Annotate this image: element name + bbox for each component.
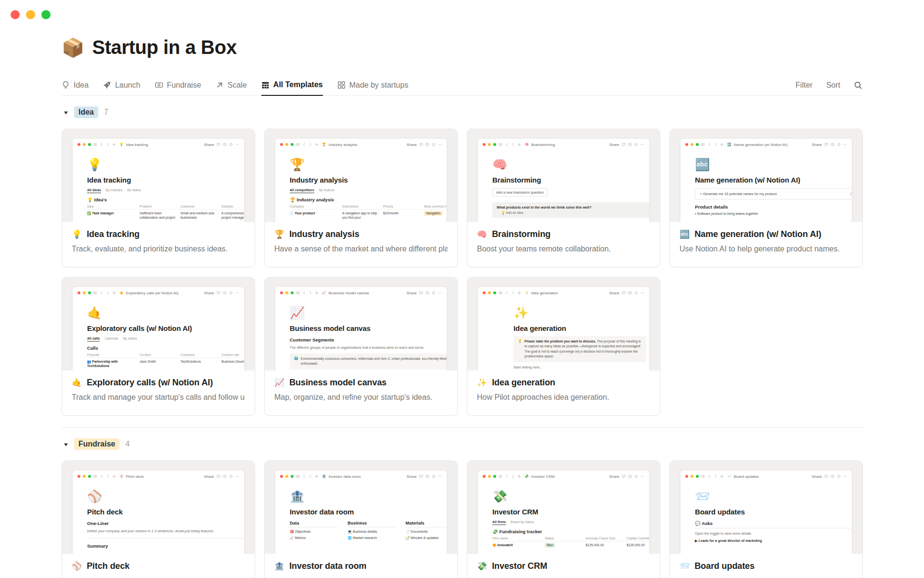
mini-notion-window: 🏦Investor data roomShare🏦Investor data r… <box>275 471 447 554</box>
tab-fundraise[interactable]: Fundraise <box>155 75 201 95</box>
card-title-row: ⚾Pitch deck <box>72 561 245 571</box>
favorite-icon <box>229 474 233 478</box>
mini-traffic-light <box>483 143 486 146</box>
mini-table-row: 🔶 InnovateXWon$125,000.00$125,000.00Jenn… <box>492 543 649 548</box>
template-card-business-model-canvas[interactable]: 📈Business model canvasShare📈Business mod… <box>264 277 458 416</box>
arrow-icon <box>216 81 224 89</box>
traffic-light-zoom-button[interactable] <box>41 10 51 19</box>
card-emoji-icon: ✨ <box>477 378 487 388</box>
mini-page-body: 🤙Exploratory calls (w/ Notion AI)All cal… <box>73 299 244 368</box>
forward-icon <box>511 474 515 478</box>
mini-breadcrumb-title: Brainstorming <box>531 143 555 147</box>
sort-button[interactable]: Sort <box>826 81 840 90</box>
tab-idea[interactable]: Idea <box>62 75 89 95</box>
mini-column-header: Firm name <box>492 537 540 540</box>
mini-column-title: Materials <box>406 521 447 527</box>
back-icon <box>707 143 711 146</box>
mini-window-titlebar: 📈Business model canvasShare <box>275 287 447 299</box>
template-card-investor-data-room[interactable]: 🏦Investor data roomShare🏦Investor data r… <box>264 460 458 578</box>
card-grid: 💡Idea trackingShare💡Idea trackingAll ide… <box>62 129 862 416</box>
mini-column-item: 📝 Minutes & updates <box>406 536 447 540</box>
template-card-idea-tracking[interactable]: 💡Idea trackingShare💡Idea trackingAll ide… <box>62 129 255 267</box>
mini-page-icon: 💡 <box>87 158 236 171</box>
card-title: Brainstorming <box>492 229 551 239</box>
mini-columns: Data🎯 Objectives📈 MetricsBusiness💻 Busin… <box>290 521 447 540</box>
more-options-icon <box>438 474 442 478</box>
updates-icon <box>425 143 429 146</box>
more-options-icon <box>235 143 239 146</box>
mini-notion-window: 📈Business model canvasShare📈Business mod… <box>275 287 447 370</box>
section-collapse-toggle[interactable] <box>64 108 68 117</box>
comments-icon <box>217 143 220 146</box>
new-page-icon <box>720 474 724 478</box>
mini-callout-text: Environmentally conscious consumers, mil… <box>301 356 447 367</box>
comments-icon <box>419 291 423 295</box>
section-count: 7 <box>104 108 108 117</box>
tab-scale[interactable]: Scale <box>216 75 247 95</box>
mini-traffic-light <box>77 475 80 478</box>
forward-icon <box>511 143 515 146</box>
mini-table-row: 📄 Your productA navigation app to help y… <box>290 211 447 220</box>
window-controls <box>11 10 51 19</box>
favorite-icon <box>229 291 233 295</box>
mini-column-item: 📄 Documents <box>406 530 447 534</box>
updates-icon <box>628 291 632 295</box>
card-description: Track and manage your startup's calls an… <box>72 393 245 402</box>
favorite-icon <box>432 143 436 146</box>
card-emoji-icon: 🤙 <box>72 378 82 388</box>
card-title-row: ✨Idea generation <box>477 378 650 388</box>
template-card-exploratory-calls-w-notion-ai[interactable]: 🤙Exploratory calls (w/ Notion AI)Share🤙E… <box>62 277 255 416</box>
filter-button[interactable]: Filter <box>796 81 813 90</box>
mini-table-cell: Jane Smith <box>140 359 176 368</box>
template-card-pitch-deck[interactable]: ⚾Pitch deckShare⚾Pitch deckOne-LinerDefi… <box>62 460 255 578</box>
template-card-investor-crm[interactable]: 💸Investor CRMShare💸Investor CRMAll firms… <box>467 460 660 578</box>
mini-notion-window: 🤙Exploratory calls (w/ Notion AI)Share🤙E… <box>73 287 244 370</box>
mini-column-header: Purpose <box>87 353 135 356</box>
template-card-idea-generation[interactable]: ✨Idea generationShare✨Idea generation💡Pl… <box>467 277 660 416</box>
mini-italic-text: Define your company and your mission in … <box>87 529 236 533</box>
mini-share-label: Share <box>407 291 417 295</box>
mini-notion-window: 💡Idea trackingShare💡Idea trackingAll ide… <box>73 139 244 222</box>
mini-add-button: Add a new brainstorm question <box>492 188 548 197</box>
new-page-icon <box>517 291 521 295</box>
updates-icon <box>425 474 429 478</box>
search-button[interactable] <box>854 80 862 90</box>
mini-ai-prompt: Generate me 15 potential names for my pr… <box>695 188 852 199</box>
mini-traffic-light <box>488 291 491 294</box>
mini-view-tabs: All callsCalendarBy status <box>87 337 236 342</box>
mini-window-titlebar: 🏆Industry analysisShare <box>275 139 447 150</box>
mini-share-label: Share <box>407 143 417 147</box>
mini-tab: By status <box>127 188 141 193</box>
traffic-light-minimize-button[interactable] <box>26 10 35 19</box>
menu-icon <box>93 143 97 146</box>
mini-page-emoji: 🏆 <box>322 143 326 146</box>
mini-heading: 💬 Asks <box>695 521 852 528</box>
triangle-down-icon <box>64 442 68 447</box>
mini-table: Firm nameStatusAverage Check SizeCapital… <box>492 537 642 548</box>
traffic-light-close-button[interactable] <box>11 10 20 19</box>
template-card-board-updates[interactable]: 📨Board updatesShare📨Board updates💬 AsksO… <box>669 460 863 578</box>
package-emoji-icon: 📦 <box>62 39 84 57</box>
mini-traffic-light <box>88 475 91 478</box>
mini-table-cell: Inefficient team collaboration and proje… <box>140 211 176 220</box>
section-header: Idea7 <box>62 96 862 119</box>
template-card-industry-analysis[interactable]: 🏆Industry analysisShare🏆Industry analysi… <box>264 129 458 267</box>
mini-table-cell: Business Developme <box>221 359 244 368</box>
template-card-name-generation-w-notion-ai[interactable]: 🔤Name generation (w/ Notion AI)Share🔤Nam… <box>669 129 863 267</box>
menu-icon <box>296 474 300 478</box>
mini-callout-bold: Please state the problem you want to dis… <box>525 340 597 343</box>
tab-made-by-startups[interactable]: Made by startups <box>337 75 409 95</box>
mini-page-icon: 🏆 <box>290 158 439 171</box>
favorite-icon <box>432 291 436 295</box>
card-footer: 💡Idea trackingTrack, evaluate, and prior… <box>62 222 255 267</box>
tab-all-templates[interactable]: All Templates <box>261 75 323 96</box>
tab-launch[interactable]: Launch <box>103 75 141 95</box>
mini-page-body: 🏆Industry analysisAll competitorsBy feat… <box>275 150 447 220</box>
template-card-brainstorming[interactable]: 🧠BrainstormingShare🧠BrainstormingAdd a n… <box>467 129 660 267</box>
comments-icon <box>217 291 220 295</box>
mini-page-title: Idea generation <box>513 324 628 332</box>
template-gallery-page: 📦 Startup in a Box IdeaLaunchFundraiseSc… <box>0 0 924 578</box>
tab-label: Fundraise <box>167 81 201 90</box>
section-collapse-toggle[interactable] <box>64 440 68 448</box>
mini-window-titlebar: 🏦Investor data roomShare <box>275 471 447 482</box>
